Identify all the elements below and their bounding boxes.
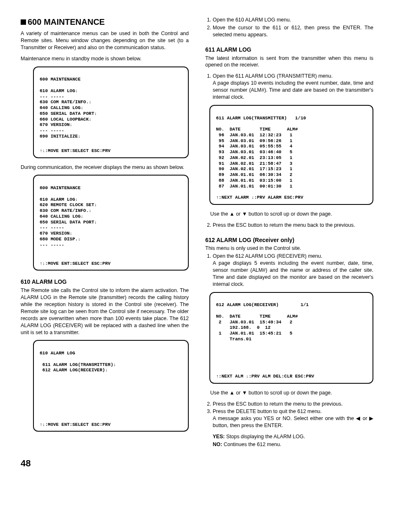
paragraph-610: The Remote site calls the Control site t… [21,287,189,336]
paragraph-612a: This menu is only used in the Control si… [205,245,373,252]
terminal-612: 612 ALARM LOG(RECEIVER) 1/1 NO. DATE TIM… [209,292,373,384]
yes-text: Stops displaying the ALARM LOG. [226,434,305,439]
subheading-611: 611 ALARM LOG [205,46,373,54]
paragraph-611-scroll: Use the ▲ or ▼ button to scroll up or do… [210,211,373,218]
intro-paragraph-1: A variety of maintenance menus can be us… [21,30,189,51]
steps-611: Open the 611 ALARM LOG (TRANSMITTER) men… [205,73,373,101]
steps-612: Open the 612 ALARM LOG (RECEIVER) menu. … [205,253,373,287]
terminal-600-comm: 600 MAINTENANCE 610 ALARM LOG↓ 620 REMOT… [33,175,189,271]
terminal-footer: ↑:NEXT ALARM ↓:PRV ALARM ESC:PRV [216,195,367,201]
steps-611b: Press the ESC button to return the menu … [205,222,373,229]
step-611-2: Press the ESC button to return the menu … [213,222,373,229]
terminal-610: 610 ALARM LOG 611 ALARM LOG(TRANSMITTER)… [33,340,189,432]
steps-610: Open the 610 ALARM LOG menu. Move the cu… [205,17,373,38]
paragraph-611: The latest information is sent from the … [205,55,373,69]
subheading-612: 612 ALARM LOG (Receiver only) [205,236,373,244]
no-text: Continues the 612 menu. [223,442,281,447]
terminal-footer: ↑↓:MOVE ENT:SELECT ESC:PRV [40,261,182,267]
intro-paragraph-2: Maintenance menu in standby mode is show… [21,55,189,62]
step-612-1: Open the 612 ALARM LOG (RECEIVER) menu. … [213,253,373,287]
section-heading: 600 MAINTENANCE [21,17,189,28]
page-number: 48 [21,457,373,470]
terminal-600-standby: 600 MAINTENANCE 610 ALARM LOG↓ --- -----… [33,66,189,158]
yes-no-definitions: YES: Stops displaying the ALARM LOG. NO:… [213,433,373,448]
terminal-footer: ↑:NEXT ALM ↓:PRV ALM DEL:CLR ESC:PRV [216,374,367,380]
subheading-610: 610 ALARM LOG [21,278,189,286]
terminal-footer: ↑↓:MOVE ENT:SELECT ESC:PRV [40,422,182,428]
step-1: Open the 610 ALARM LOG menu. [213,17,373,24]
intro-paragraph-3: During communication, the receiver displ… [21,164,189,171]
step-611-1: Open the 611 ALARM LOG (TRANSMITTER) men… [213,73,373,101]
paragraph-612-scroll: Use the ▲ or ▼ button to scroll up or do… [210,390,373,397]
step-612-2: Press the ESC button to return the menu … [213,401,373,408]
step-2: Move the cursor to the 611 or 612, then … [213,24,373,38]
step-612-3: Press the DELETE button to quit the 612 … [213,408,373,429]
terminal-611: 611 ALARM LOG(TRANSMITTER) 1/10 NO. DATE… [209,105,373,205]
terminal-footer: ↑↓:MOVE ENT:SELECT ESC:PRV [40,148,182,154]
steps-612b: Press the ESC button to return the menu … [205,401,373,430]
